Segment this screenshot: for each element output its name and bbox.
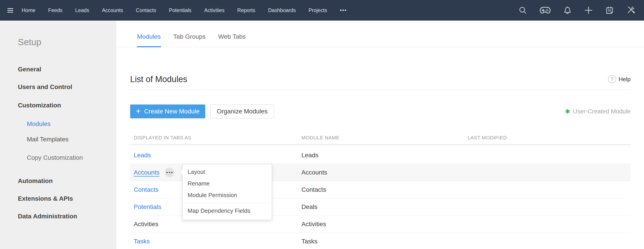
sidebar-item-extensions-apis[interactable]: Extensions & APIs [18, 195, 73, 202]
search-icon[interactable] [518, 6, 528, 15]
column-header-module-name: MODULE NAME [302, 135, 468, 141]
nav-item-accounts[interactable]: Accounts [102, 8, 123, 14]
help-question-icon: ? [608, 75, 616, 83]
nav-item-feeds[interactable]: Feeds [48, 8, 62, 14]
user-created-module-legend: ✱ User-Created Module [565, 108, 630, 115]
help-button[interactable]: ? Help [608, 75, 630, 83]
module-name-cell: Tasks [302, 238, 468, 245]
calendar-icon[interactable]: 31 [605, 6, 614, 15]
menu-item-layout[interactable]: Layout [183, 166, 272, 178]
menu-item-map-dependency-fields[interactable]: Map Dependency Fields [183, 205, 272, 216]
nav-item-projects[interactable]: Projects [308, 8, 327, 14]
table-row-tasks: Tasks Tasks [130, 233, 630, 249]
module-text-activities: Activities [134, 220, 158, 228]
hamburger-menu-icon[interactable] [8, 8, 13, 12]
sidebar-item-general[interactable]: General [18, 66, 41, 73]
asterisk-icon: ✱ [565, 108, 570, 115]
nav-item-home[interactable]: Home [22, 8, 35, 14]
sidebar-item-mail-templates[interactable]: Mail Templates [27, 136, 68, 143]
page-title: List of Modules [130, 74, 188, 84]
nav-item-leads[interactable]: Leads [75, 8, 89, 14]
notifications-bell-icon[interactable] [563, 6, 572, 15]
module-name-cell: Contacts [302, 186, 468, 193]
navbar-icon-group: 31 [518, 5, 644, 15]
app-window: Home Feeds Leads Accounts Contacts Poten… [0, 0, 644, 249]
nav-more-button[interactable]: ••• [340, 7, 347, 14]
module-context-menu: Layout Rename Module Permission Map Depe… [182, 164, 272, 220]
sidebar-title: Setup [18, 37, 41, 47]
title-divider [130, 90, 630, 90]
sidebar-item-automation[interactable]: Automation [18, 178, 53, 184]
module-link-accounts[interactable]: Accounts [134, 169, 160, 176]
module-name-cell: Leads [302, 152, 468, 159]
add-plus-icon[interactable] [584, 5, 594, 15]
nav-item-contacts[interactable]: Contacts [136, 8, 156, 14]
menu-item-module-permission[interactable]: Module Permission [183, 189, 272, 201]
sidebar-item-customization[interactable]: Customization [18, 102, 61, 109]
modules-toolbar: + Create New Module Organize Modules ✱ U… [130, 104, 630, 118]
top-navbar: Home Feeds Leads Accounts Contacts Poten… [0, 0, 644, 20]
module-name-cell: Activities [302, 220, 468, 228]
title-row: List of Modules ? Help [130, 69, 630, 90]
create-new-module-button[interactable]: + Create New Module [130, 104, 205, 118]
setup-tools-icon[interactable] [626, 5, 636, 15]
tab-modules[interactable]: Modules [137, 26, 161, 47]
gamepad-icon[interactable] [539, 6, 552, 15]
table-header-row: DISPLAYED IN TABS AS MODULE NAME LAST MO… [130, 131, 630, 145]
legend-label: User-Created Module [573, 108, 630, 115]
sidebar-item-modules[interactable]: Modules [27, 120, 50, 128]
primary-nav: Home Feeds Leads Accounts Contacts Poten… [22, 7, 347, 14]
nav-item-potentials[interactable]: Potentials [169, 8, 192, 14]
module-name-cell: Deals [302, 203, 468, 210]
menu-item-rename[interactable]: Rename [183, 178, 272, 189]
module-link-leads[interactable]: Leads [134, 152, 151, 159]
organize-modules-button[interactable]: Organize Modules [210, 104, 274, 118]
sidebar-item-copy-customization[interactable]: Copy Customization [27, 154, 83, 161]
plus-icon: + [136, 107, 141, 115]
nav-item-dashboards[interactable]: Dashboards [268, 8, 296, 14]
tab-web-tabs[interactable]: Web Tabs [218, 26, 246, 47]
modules-tabbar: Modules Tab Groups Web Tabs [116, 20, 644, 47]
column-header-displayed-in-tabs-as: DISPLAYED IN TABS AS [130, 135, 302, 141]
module-link-potentials[interactable]: Potentials [134, 203, 161, 210]
table-row-leads: Leads Leads [130, 147, 630, 164]
nav-item-reports[interactable]: Reports [237, 8, 255, 14]
calendar-day-label: 31 [608, 9, 611, 12]
main-content: Modules Tab Groups Web Tabs List of Modu… [116, 20, 644, 249]
more-actions-button[interactable] [165, 168, 174, 177]
sidebar-item-users-and-control[interactable]: Users and Control [18, 84, 72, 90]
tab-tab-groups[interactable]: Tab Groups [173, 26, 206, 47]
setup-sidebar: Setup General Users and Control Customiz… [0, 20, 116, 249]
module-name-cell: Accounts [302, 169, 468, 176]
menu-divider [183, 203, 272, 203]
module-link-contacts[interactable]: Contacts [134, 186, 158, 193]
column-header-last-modified: LAST MODIFIED [468, 135, 630, 141]
help-label: Help [619, 76, 630, 83]
nav-item-activities[interactable]: Activities [204, 8, 224, 14]
create-new-module-label: Create New Module [144, 108, 200, 115]
sidebar-item-data-administration[interactable]: Data Administration [18, 213, 77, 220]
module-link-tasks[interactable]: Tasks [134, 238, 150, 245]
